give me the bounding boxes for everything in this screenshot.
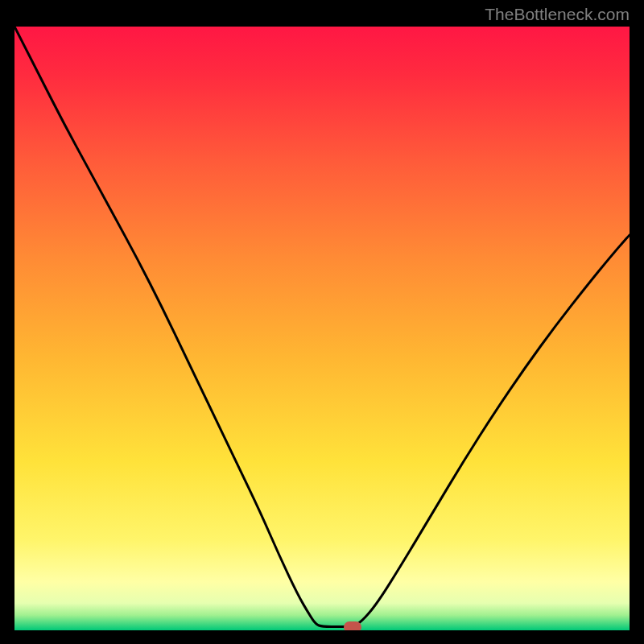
chart-container: TheBottleneck.com [0, 0, 644, 644]
optimal-marker [344, 621, 361, 631]
plot-area [14, 27, 630, 630]
bottleneck-curve [14, 27, 630, 630]
watermark-text: TheBottleneck.com [485, 5, 630, 24]
